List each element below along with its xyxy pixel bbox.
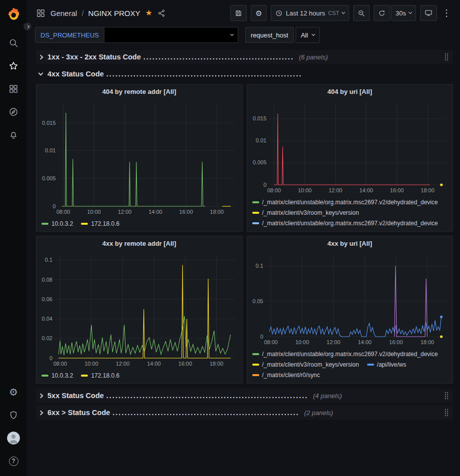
server-admin-gear-icon[interactable]: ⚙ <box>3 382 23 402</box>
legend-item[interactable]: /_matrix/client/r0/sync <box>252 371 320 380</box>
legend-item[interactable]: /_matrix/client/v3/room_keys/version <box>252 360 359 369</box>
legend-item[interactable]: 172.18.0.6 <box>81 371 119 380</box>
sidebar-expand-button[interactable] <box>23 22 32 31</box>
svg-text:08:00: 08:00 <box>56 209 70 215</box>
row-6xx[interactable]: 6xx > Status Code ......................… <box>36 406 453 420</box>
row-4xx[interactable]: 4xx Status Code ........................… <box>36 67 453 81</box>
panel-title[interactable]: 404 by remote addr [All] <box>36 84 242 98</box>
dashboard-settings-button[interactable]: ⚙ <box>251 5 267 21</box>
row-panel-count: (2 panels) <box>304 409 333 417</box>
svg-text:0.01: 0.01 <box>256 137 266 143</box>
ds-prometheus-value-dropdown[interactable] <box>104 27 238 43</box>
search-icon[interactable] <box>3 33 23 53</box>
zoom-out-icon <box>358 9 365 17</box>
row-leader-dots: ........................................… <box>106 70 302 78</box>
legend-item[interactable]: /_matrix/client/unstable/org.matrix.msc2… <box>252 350 438 359</box>
svg-text:0.015: 0.015 <box>42 120 56 126</box>
tv-mode-button[interactable] <box>420 5 437 21</box>
panel-title[interactable]: 4xx by remote addr [All] <box>36 236 242 250</box>
explore-compass-icon[interactable] <box>3 102 23 122</box>
refresh-interval-picker[interactable]: 30s <box>391 5 416 21</box>
legend-item[interactable]: 10.0.3.2 <box>41 219 73 228</box>
admin-shield-icon[interactable] <box>3 405 23 425</box>
svg-text:18:00: 18:00 <box>210 361 224 367</box>
legend-item[interactable]: /_matrix/client/v3/room_keys/version <box>252 208 359 217</box>
legend-item[interactable]: /_matrix/client/v3/room_keys/version <box>252 229 359 231</box>
starred-dashboards-icon[interactable] <box>3 56 23 76</box>
svg-text:0.04: 0.04 <box>42 316 52 322</box>
legend-item[interactable]: /sw.js <box>367 229 392 231</box>
svg-text:14:00: 14:00 <box>148 209 162 215</box>
refresh-icon <box>378 9 386 17</box>
share-icon[interactable] <box>156 8 167 18</box>
main-area: General / NGINX PROXY ★ ⚙ Last 12 hours … <box>27 0 460 476</box>
row-5xx[interactable]: 5xx Status Code ........................… <box>36 389 453 403</box>
svg-text:0.01: 0.01 <box>45 147 55 153</box>
refresh-interval-label: 30s <box>396 9 406 17</box>
legend-swatch <box>252 201 259 203</box>
row-panel-count: (6 panels) <box>299 53 328 61</box>
save-dashboard-button[interactable] <box>230 5 247 21</box>
favorite-star-icon[interactable]: ★ <box>145 9 152 17</box>
svg-text:18:00: 18:00 <box>210 209 224 215</box>
chevron-down-icon <box>38 71 43 76</box>
legend-item[interactable]: /_matrix/client/unstable/org.matrix.msc2… <box>252 381 438 383</box>
time-range-picker[interactable]: Last 12 hours CST <box>271 5 349 21</box>
user-avatar[interactable] <box>3 428 23 448</box>
time-series-chart[interactable]: 08:0010:0012:0014:0016:0018:0000.0050.01… <box>247 98 453 195</box>
legend-item[interactable]: /api/live/ws <box>367 360 407 369</box>
panel-404-by-remote-addr: 404 by remote addr [All] 08:0010:0012:00… <box>36 84 243 232</box>
time-zone-label: CST <box>328 10 339 16</box>
alerting-bell-icon[interactable] <box>3 125 23 145</box>
row-drag-handle[interactable] <box>443 390 450 401</box>
row-drag-handle[interactable] <box>443 51 450 62</box>
svg-text:12:00: 12:00 <box>328 187 342 193</box>
panel-title[interactable]: 4xx by uri [All] <box>247 236 453 250</box>
request-host-value-dropdown[interactable]: All <box>296 27 319 43</box>
legend-swatch <box>252 364 259 366</box>
breadcrumb-folder[interactable]: General <box>50 9 77 17</box>
time-series-chart[interactable]: 08:0010:0012:0014:0016:0018:0000.0050.01… <box>36 98 242 217</box>
top-navbar: General / NGINX PROXY ★ ⚙ Last 12 hours … <box>27 0 460 26</box>
legend-item[interactable]: 10.0.3.2 <box>41 371 73 380</box>
svg-text:0: 0 <box>260 334 263 340</box>
chevron-down-icon <box>312 32 315 36</box>
panel-title-text: 4xx by remote addr [All] <box>102 240 176 247</box>
svg-text:08:00: 08:00 <box>53 361 67 367</box>
refresh-button[interactable] <box>374 5 390 21</box>
time-series-chart[interactable]: 08:0010:0012:0014:0016:0018:0000.020.040… <box>36 250 242 369</box>
gear-icon: ⚙ <box>256 9 262 17</box>
panel-title-text: 404 by remote addr [All] <box>102 88 176 95</box>
sidebar: ⚙ ? <box>0 0 27 476</box>
row-drag-handle[interactable] <box>443 407 450 418</box>
panel-title[interactable]: 404 by uri [All] <box>247 84 453 98</box>
dashboard-submenu: DS_PROMETHEUS request_host All <box>27 26 460 47</box>
variable-label: DS_PROMETHEUS <box>35 27 104 43</box>
refresh-group: 30s <box>374 5 416 21</box>
svg-text:0.05: 0.05 <box>252 298 263 304</box>
svg-text:16:00: 16:00 <box>179 209 193 215</box>
variable-value: All <box>301 31 308 39</box>
row-1xx-3xx-2xx[interactable]: 1xx - 3xx - 2xx Status Code ............… <box>36 50 453 64</box>
panel-grid: 404 by remote addr [All] 08:0010:0012:00… <box>36 84 453 384</box>
svg-text:14:00: 14:00 <box>359 187 373 193</box>
chevron-right-icon <box>38 54 43 59</box>
svg-text:08:00: 08:00 <box>267 187 281 193</box>
legend-item[interactable]: 172.18.0.6 <box>81 219 119 228</box>
help-icon[interactable]: ? <box>3 451 23 471</box>
svg-text:12:00: 12:00 <box>118 209 132 215</box>
kebab-menu-icon[interactable]: ⋮ <box>441 8 452 17</box>
grafana-logo-icon[interactable] <box>3 4 23 24</box>
dashboard-title: NGINX PROXY <box>88 9 140 17</box>
zoom-out-button[interactable] <box>353 5 370 21</box>
time-series-chart[interactable]: 08:0010:0012:0014:0016:0018:0000.050.1 <box>247 250 453 347</box>
legend-item[interactable]: /_matrix/client/unstable/org.matrix.msc2… <box>252 198 438 207</box>
variable-label: request_host <box>245 27 294 43</box>
dashboard-apps-icon[interactable] <box>35 7 46 19</box>
monitor-icon <box>425 9 433 17</box>
svg-text:18:00: 18:00 <box>420 339 434 345</box>
chart-legend: /_matrix/client/unstable/org.matrix.msc2… <box>247 195 453 231</box>
row-leader-dots: ........................................… <box>143 53 294 61</box>
legend-item[interactable]: /_matrix/client/unstable/org.matrix.msc2… <box>252 219 438 228</box>
dashboards-icon[interactable] <box>3 79 23 99</box>
